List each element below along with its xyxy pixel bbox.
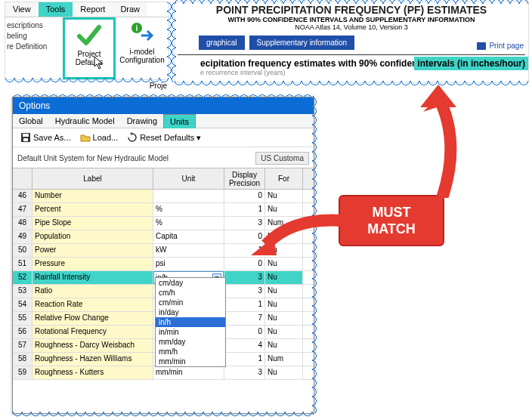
col-format: For: [265, 168, 303, 189]
tab-hydraulic-model[interactable]: Hydraulic Model: [49, 114, 121, 128]
row-number: 54: [13, 298, 32, 311]
imodel-label2: Configuration: [119, 56, 164, 64]
precision-cell: 1: [224, 298, 265, 311]
dropdown-option[interactable]: cm/day: [156, 278, 225, 288]
options-title: Options: [13, 97, 314, 114]
precision-cell: 3: [224, 271, 265, 284]
noaa-tab-supplementary[interactable]: Supplementary information: [249, 36, 355, 50]
row-number: 57: [13, 339, 32, 352]
col-precision: Display Precision: [224, 168, 265, 189]
svg-rect-4: [23, 138, 28, 141]
options-description: Default Unit System for New Hydraulic Mo…: [17, 154, 169, 162]
row-number: 55: [13, 312, 32, 325]
tab-drawing[interactable]: Drawing: [121, 114, 163, 128]
ribbon-tabs: View Tools Report Draw: [5, 2, 169, 17]
format-cell: Nu: [265, 271, 303, 284]
reset-defaults-button[interactable]: Reset Defaults ▾: [124, 131, 204, 144]
save-as-button[interactable]: Save As...: [17, 131, 74, 144]
dropdown-option[interactable]: cm/h: [156, 288, 225, 298]
noaa-sub2: NOAA Atlas 14, Volume 10, Version 3: [175, 23, 528, 31]
dropdown-option[interactable]: in/day: [156, 307, 225, 317]
row-number: 52: [13, 271, 32, 284]
ribbon-left-list: escriptions beling re Definition: [5, 17, 63, 79]
row-number: 59: [13, 366, 32, 379]
checkmark-icon: [76, 23, 102, 48]
unit-cell[interactable]: kW: [153, 244, 224, 257]
tab-units[interactable]: Units: [163, 114, 196, 128]
noaa-tab-graphical[interactable]: graphical: [199, 36, 245, 50]
dropdown-option[interactable]: in/min: [156, 327, 225, 337]
format-cell: Num: [265, 353, 303, 366]
row-number: 48: [13, 217, 32, 230]
dropdown-option[interactable]: mm/h: [156, 347, 225, 357]
callout-line2: MATCH: [367, 221, 416, 236]
ribbon-tab-view[interactable]: View: [5, 2, 39, 17]
noaa-panel: POINT PRECIPITATION FREQUENCY (PF) ESTIM…: [174, 2, 529, 83]
row-label: Pipe Slope: [32, 217, 153, 230]
format-cell: Nu: [265, 366, 303, 379]
format-cell: Nu: [265, 339, 303, 352]
unit-cell[interactable]: mm/min: [153, 366, 224, 379]
us-customary-button[interactable]: US Customa: [255, 152, 309, 165]
print-page-link[interactable]: Print page: [477, 42, 524, 50]
format-cell: Nu: [265, 285, 303, 298]
ribbon-left-item: re Definition: [7, 42, 61, 52]
format-cell: Nu: [265, 190, 303, 202]
unit-cell[interactable]: [153, 190, 224, 202]
row-number: 58: [13, 353, 32, 366]
row-label: Population: [32, 230, 153, 243]
noaa-title: POINT PRECIPITATION FREQUENCY (PF) ESTIM…: [175, 2, 528, 16]
precision-cell: 3: [224, 366, 265, 379]
unit-cell[interactable]: %: [153, 203, 224, 216]
ribbon-tab-draw[interactable]: Draw: [113, 2, 147, 17]
dropdown-option[interactable]: mm/min: [156, 357, 225, 366]
row-label: Rainfall Intensity: [32, 271, 153, 284]
precision-cell: 0: [224, 326, 265, 338]
table-row[interactable]: 59Roughness - Kuttersmm/min3Nu: [13, 366, 314, 380]
format-cell: Nu: [265, 298, 303, 311]
ribbon-panel: View Tools Report Draw escriptions belin…: [5, 2, 169, 80]
imodel-config-button[interactable]: i i-modelConfiguration: [116, 17, 169, 79]
dropdown-option[interactable]: cm/min: [156, 298, 225, 307]
row-label: Relative Flow Change: [32, 312, 153, 325]
format-cell: Nu: [265, 258, 303, 270]
table-row[interactable]: 46Number0Nu: [13, 190, 314, 203]
col-rownum: [13, 168, 32, 189]
col-label: Label: [32, 168, 153, 189]
noaa-est-text: ecipitation frequency estimates with 90%…: [200, 58, 422, 69]
callout-arrow-up: [408, 82, 476, 198]
ribbon-left-item: escriptions: [7, 20, 61, 31]
callout-line1: MUST: [373, 205, 411, 220]
ribbon-tab-report[interactable]: Report: [73, 2, 113, 17]
svg-rect-3: [23, 134, 29, 137]
row-number: 46: [13, 190, 32, 202]
precision-cell: 3: [224, 285, 265, 298]
imodel-icon: i: [129, 20, 155, 46]
unit-dropdown[interactable]: cm/daycm/hcm/minin/dayin/hin/minmm/daymm…: [155, 277, 226, 367]
unit-cell[interactable]: Capita: [153, 230, 224, 243]
row-label: Reaction Rate: [32, 298, 153, 311]
dropdown-option[interactable]: mm/day: [156, 337, 225, 347]
dropdown-option[interactable]: in/h: [156, 317, 225, 327]
folder-open-icon: [80, 132, 91, 143]
row-label: Roughness - Kutters: [32, 366, 153, 379]
precision-cell: 0: [224, 258, 265, 270]
table-row[interactable]: 51Pressurepsi0Nu: [13, 258, 314, 271]
imodel-label: i-model: [130, 48, 155, 56]
noaa-estimate-heading: ecipitation frequency estimates with 90%…: [175, 55, 528, 69]
row-label: Pressure: [32, 258, 153, 270]
callout-arrow-left: [246, 210, 342, 257]
row-label: Number: [32, 190, 153, 202]
tab-global[interactable]: Global: [13, 114, 49, 128]
row-label: Roughness - Hazen Williams: [32, 353, 153, 366]
save-as-label: Save As...: [33, 133, 71, 142]
project-defaults-button[interactable]: ProjectDefaults: [63, 17, 116, 79]
load-button[interactable]: Load...: [77, 131, 122, 144]
unit-cell[interactable]: psi: [153, 258, 224, 270]
precision-cell: 1: [224, 353, 265, 366]
reset-icon: [127, 132, 138, 143]
row-label: Power: [32, 244, 153, 257]
svg-text:i: i: [136, 24, 138, 32]
unit-cell[interactable]: %: [153, 217, 224, 230]
ribbon-tab-tools[interactable]: Tools: [39, 2, 73, 17]
